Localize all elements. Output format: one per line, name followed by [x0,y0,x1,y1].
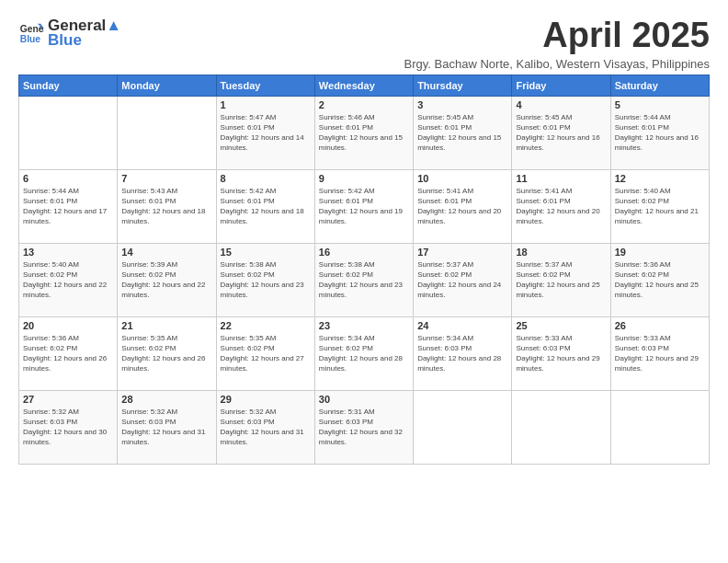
calendar-cell: 10 Sunrise: 5:41 AMSunset: 6:01 PMDaylig… [414,169,512,243]
calendar-cell: 23 Sunrise: 5:34 AMSunset: 6:02 PMDaylig… [314,316,413,390]
day-number: 2 [319,99,409,110]
calendar-cell: 13 Sunrise: 5:40 AMSunset: 6:02 PMDaylig… [19,243,118,316]
calendar-cell: 15 Sunrise: 5:38 AMSunset: 6:02 PMDaylig… [216,243,314,316]
calendar-cell: 27 Sunrise: 5:32 AMSunset: 6:03 PMDaylig… [19,390,118,464]
day-number: 23 [319,320,409,331]
day-number: 12 [615,173,705,184]
day-number: 10 [417,173,507,184]
day-number: 24 [417,320,507,331]
calendar-cell: 22 Sunrise: 5:35 AMSunset: 6:02 PMDaylig… [216,316,314,390]
day-info: Sunrise: 5:36 AMSunset: 6:02 PMDaylight:… [23,334,107,373]
day-number: 5 [615,99,705,110]
calendar-cell: 24 Sunrise: 5:34 AMSunset: 6:03 PMDaylig… [414,316,512,390]
day-info: Sunrise: 5:38 AMSunset: 6:02 PMDaylight:… [319,260,403,300]
calendar-cell [19,96,118,169]
day-number: 27 [23,394,113,405]
header: General Blue General ▲ Blue April 2025 B… [18,17,710,71]
day-info: Sunrise: 5:32 AMSunset: 6:03 PMDaylight:… [221,408,304,447]
calendar-cell: 1 Sunrise: 5:47 AMSunset: 6:01 PMDayligh… [216,96,314,169]
title-block: April 2025 Brgy. Bachaw Norte, Kalibo, W… [404,17,710,71]
day-number: 7 [121,173,211,184]
week-row-4: 20 Sunrise: 5:36 AMSunset: 6:02 PMDaylig… [19,316,710,390]
calendar-cell: 28 Sunrise: 5:32 AMSunset: 6:03 PMDaylig… [118,390,216,464]
calendar-cell [118,96,216,169]
day-info: Sunrise: 5:32 AMSunset: 6:03 PMDaylight:… [121,408,205,447]
day-number: 26 [615,320,705,331]
day-number: 4 [516,99,606,110]
calendar-cell: 21 Sunrise: 5:35 AMSunset: 6:02 PMDaylig… [118,316,216,390]
day-info: Sunrise: 5:45 AMSunset: 6:01 PMDaylight:… [417,113,501,153]
calendar-cell: 17 Sunrise: 5:37 AMSunset: 6:02 PMDaylig… [414,243,512,316]
day-info: Sunrise: 5:40 AMSunset: 6:02 PMDaylight:… [23,260,107,300]
day-number: 22 [221,320,311,331]
calendar-cell: 11 Sunrise: 5:41 AMSunset: 6:01 PMDaylig… [512,169,610,243]
day-info: Sunrise: 5:43 AMSunset: 6:01 PMDaylight:… [121,187,205,226]
day-number: 21 [121,320,211,331]
calendar-table: SundayMondayTuesdayWednesdayThursdayFrid… [18,75,710,465]
logo: General Blue General ▲ Blue [18,17,121,50]
day-number: 6 [23,173,113,184]
month-year: April 2025 [404,17,710,55]
day-info: Sunrise: 5:40 AMSunset: 6:02 PMDaylight:… [615,187,699,226]
day-info: Sunrise: 5:34 AMSunset: 6:02 PMDaylight:… [319,334,403,373]
calendar-cell: 26 Sunrise: 5:33 AMSunset: 6:03 PMDaylig… [610,316,709,390]
header-cell-wednesday: Wednesday [314,75,413,96]
week-row-2: 6 Sunrise: 5:44 AMSunset: 6:01 PMDayligh… [19,169,710,243]
calendar-cell: 30 Sunrise: 5:31 AMSunset: 6:03 PMDaylig… [314,390,413,464]
day-info: Sunrise: 5:38 AMSunset: 6:02 PMDaylight:… [221,260,304,300]
day-info: Sunrise: 5:41 AMSunset: 6:01 PMDaylight:… [516,187,599,226]
day-number: 30 [319,394,409,405]
day-number: 14 [121,247,211,258]
day-number: 25 [516,320,606,331]
calendar-cell: 5 Sunrise: 5:44 AMSunset: 6:01 PMDayligh… [610,96,709,169]
day-number: 19 [615,247,705,258]
day-number: 8 [221,173,311,184]
day-number: 3 [417,99,507,110]
day-info: Sunrise: 5:42 AMSunset: 6:01 PMDaylight:… [319,187,403,226]
svg-text:Blue: Blue [20,34,41,44]
header-cell-friday: Friday [512,75,610,96]
header-cell-tuesday: Tuesday [216,75,314,96]
header-cell-thursday: Thursday [414,75,512,96]
day-info: Sunrise: 5:37 AMSunset: 6:02 PMDaylight:… [516,260,599,300]
day-info: Sunrise: 5:37 AMSunset: 6:02 PMDaylight:… [417,260,501,300]
day-number: 16 [319,247,409,258]
day-info: Sunrise: 5:45 AMSunset: 6:01 PMDaylight:… [516,113,599,153]
day-number: 13 [23,247,113,258]
calendar-cell: 9 Sunrise: 5:42 AMSunset: 6:01 PMDayligh… [314,169,413,243]
day-number: 11 [516,173,606,184]
calendar-cell: 3 Sunrise: 5:45 AMSunset: 6:01 PMDayligh… [414,96,512,169]
day-number: 29 [221,394,311,405]
week-row-1: 1 Sunrise: 5:47 AMSunset: 6:01 PMDayligh… [19,96,710,169]
day-info: Sunrise: 5:44 AMSunset: 6:01 PMDaylight:… [615,113,699,153]
calendar-cell: 7 Sunrise: 5:43 AMSunset: 6:01 PMDayligh… [118,169,216,243]
day-number: 15 [221,247,311,258]
day-info: Sunrise: 5:47 AMSunset: 6:01 PMDaylight:… [221,113,304,153]
day-info: Sunrise: 5:34 AMSunset: 6:03 PMDaylight:… [417,334,501,373]
calendar-cell: 2 Sunrise: 5:46 AMSunset: 6:01 PMDayligh… [314,96,413,169]
calendar-header: SundayMondayTuesdayWednesdayThursdayFrid… [19,75,710,96]
subtitle: Brgy. Bachaw Norte, Kalibo, Western Visa… [404,57,710,71]
calendar-cell: 8 Sunrise: 5:42 AMSunset: 6:01 PMDayligh… [216,169,314,243]
calendar-cell: 19 Sunrise: 5:36 AMSunset: 6:02 PMDaylig… [610,243,709,316]
calendar-body: 1 Sunrise: 5:47 AMSunset: 6:01 PMDayligh… [19,96,710,464]
day-info: Sunrise: 5:39 AMSunset: 6:02 PMDaylight:… [121,260,205,300]
header-row: SundayMondayTuesdayWednesdayThursdayFrid… [19,75,710,96]
day-info: Sunrise: 5:35 AMSunset: 6:02 PMDaylight:… [221,334,304,373]
calendar-cell: 4 Sunrise: 5:45 AMSunset: 6:01 PMDayligh… [512,96,610,169]
day-info: Sunrise: 5:42 AMSunset: 6:01 PMDaylight:… [221,187,304,226]
day-info: Sunrise: 5:41 AMSunset: 6:01 PMDaylight:… [417,187,501,226]
day-info: Sunrise: 5:36 AMSunset: 6:02 PMDaylight:… [615,260,699,300]
header-cell-sunday: Sunday [19,75,118,96]
day-number: 28 [121,394,211,405]
day-number: 20 [23,320,113,331]
logo-icon-bird: ▲ [106,17,121,35]
calendar-cell: 29 Sunrise: 5:32 AMSunset: 6:03 PMDaylig… [216,390,314,464]
logo-icon: General Blue [18,20,44,46]
day-number: 18 [516,247,606,258]
day-info: Sunrise: 5:44 AMSunset: 6:01 PMDaylight:… [23,187,107,226]
calendar-cell [414,390,512,464]
day-info: Sunrise: 5:33 AMSunset: 6:03 PMDaylight:… [615,334,699,373]
calendar-cell [512,390,610,464]
calendar-cell [610,390,709,464]
